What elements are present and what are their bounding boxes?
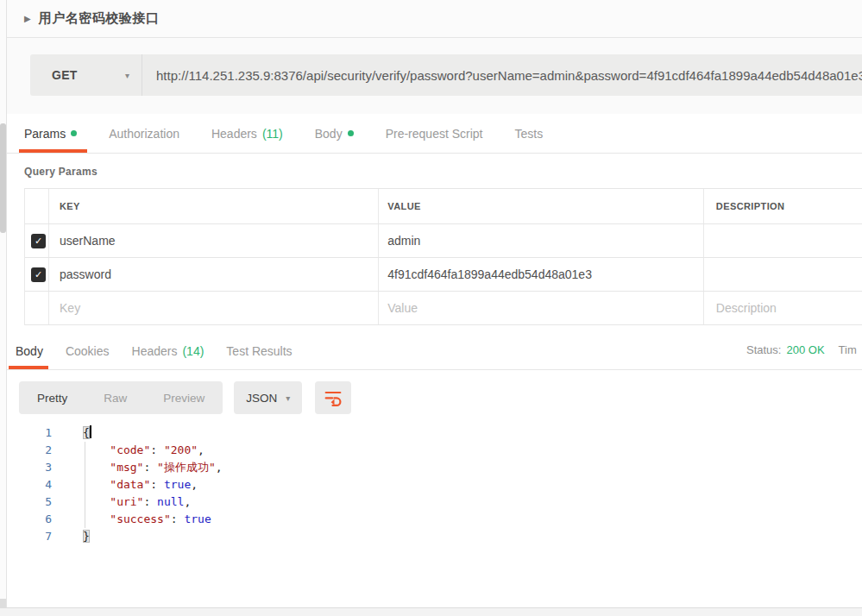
param-value-cell[interactable]: 4f91cdf464fa1899a44edb54d48a01e3 <box>379 258 704 291</box>
request-tabs: Params Authorization Headers (11) Body P… <box>7 114 862 154</box>
line-number: 6 <box>7 511 57 528</box>
tab-pre-request-script-label: Pre-request Script <box>386 127 483 141</box>
url-section: GET ▾ http://114.251.235.9:8376/api/secu… <box>7 38 862 114</box>
text-cursor <box>90 425 91 438</box>
wrap-text-button[interactable] <box>315 381 351 414</box>
request-title: 用户名密码校验接口 <box>39 10 160 27</box>
param-description-cell[interactable] <box>704 258 862 291</box>
param-value-input[interactable]: Value <box>379 292 704 324</box>
green-dot-icon <box>348 130 354 136</box>
tab-tests[interactable]: Tests <box>514 114 543 153</box>
collapse-caret-icon[interactable]: ▶ <box>24 14 31 23</box>
line-number: 2 <box>7 442 57 459</box>
line-number: 5 <box>7 493 57 511</box>
description-column-header: DESCRIPTION <box>704 189 862 223</box>
param-description-input[interactable]: Description <box>704 292 862 324</box>
time-label: Tim <box>839 343 857 356</box>
tab-body[interactable]: Body <box>315 114 354 153</box>
row-checkbox[interactable]: ✓ <box>31 267 46 282</box>
url-bar: GET ▾ http://114.251.235.9:8376/api/secu… <box>30 54 862 96</box>
tab-pre-request-script[interactable]: Pre-request Script <box>386 114 483 153</box>
param-key-input[interactable]: Key <box>49 292 379 324</box>
code-line: 2 "code": "200", <box>7 442 862 459</box>
tab-headers-label: Headers <box>211 127 257 141</box>
response-tab-cookies-label: Cookies <box>66 344 110 358</box>
param-key-cell[interactable]: password <box>49 258 379 291</box>
request-title-bar[interactable]: ▶ 用户名密码校验接口 <box>7 0 862 38</box>
code-lines: 1{2 "code": "200",3 "msg": "操作成功",4 "dat… <box>7 424 862 545</box>
wrap-text-icon <box>323 387 343 408</box>
code-line: 7} <box>7 528 862 545</box>
url-input[interactable]: http://114.251.235.9:8376/api/security/v… <box>142 54 862 96</box>
response-tabs-bar: Body Cookies Headers (14) Test Results S… <box>7 332 862 370</box>
value-column-header: VALUE <box>379 189 704 223</box>
response-tab-test-results-label: Test Results <box>226 344 292 358</box>
line-number: 4 <box>7 476 57 493</box>
view-mode-group: Pretty Raw Preview <box>19 381 223 414</box>
table-row: ✓ userName admin <box>25 224 862 258</box>
chevron-down-icon: ▾ <box>286 393 290 403</box>
response-tab-headers-label: Headers <box>132 344 178 358</box>
param-description-cell[interactable] <box>704 224 862 257</box>
code-line: 6 "success": true <box>7 511 862 528</box>
language-select[interactable]: JSON ▾ <box>234 381 302 414</box>
window-left-scrollbar[interactable] <box>0 0 7 616</box>
status-label: Status: <box>746 343 781 356</box>
headers-count-badge: (11) <box>262 127 283 141</box>
row-checkbox[interactable]: ✓ <box>31 234 46 248</box>
response-tab-body[interactable]: Body <box>16 332 43 369</box>
main-panel: ▶ 用户名密码校验接口 GET ▾ http://114.251.235.9:8… <box>7 0 862 616</box>
green-dot-icon <box>71 130 77 136</box>
response-status-line: Status: 200 OK Tim <box>746 332 857 367</box>
checkbox-column-header <box>25 189 49 223</box>
key-column-header: KEY <box>49 189 379 223</box>
line-number: 7 <box>7 528 57 545</box>
table-row: ✓ password 4f91cdf464fa1899a44edb54d48a0… <box>25 258 862 292</box>
table-header-row: KEY VALUE DESCRIPTION <box>25 189 862 224</box>
tab-authorization[interactable]: Authorization <box>109 114 179 153</box>
preview-button[interactable]: Preview <box>145 392 223 405</box>
tab-params-label: Params <box>24 127 66 141</box>
table-row-placeholder: Key Value Description <box>25 292 862 325</box>
query-params-heading: Query Params <box>24 166 862 178</box>
chevron-down-icon: ▾ <box>125 71 129 80</box>
line-number: 1 <box>7 424 57 442</box>
param-key-cell[interactable]: userName <box>49 224 379 257</box>
line-number: 3 <box>7 459 57 476</box>
code-line: 4 "data": true, <box>7 476 862 493</box>
response-tab-headers[interactable]: Headers (14) <box>132 332 204 369</box>
code-line: 3 "msg": "操作成功", <box>7 459 862 476</box>
language-label: JSON <box>246 392 277 405</box>
param-value-cell[interactable]: admin <box>379 224 704 257</box>
response-body-editor[interactable]: 1{2 "code": "200",3 "msg": "操作成功",4 "dat… <box>7 424 862 545</box>
response-tab-test-results[interactable]: Test Results <box>226 332 292 369</box>
query-params-table: KEY VALUE DESCRIPTION ✓ userName admin ✓… <box>24 188 862 325</box>
code-line: 5 "uri": null, <box>7 493 862 511</box>
method-label: GET <box>52 68 78 82</box>
response-toolbar: Pretty Raw Preview JSON ▾ <box>19 381 862 414</box>
tab-tests-label: Tests <box>514 127 543 141</box>
bottom-status-strip <box>0 607 862 616</box>
tab-headers[interactable]: Headers (11) <box>211 114 283 153</box>
response-tab-cookies[interactable]: Cookies <box>66 332 110 369</box>
code-line: 1{ <box>7 424 862 442</box>
status-badge: 200 OK <box>786 343 824 356</box>
tab-body-label: Body <box>315 127 343 141</box>
tab-params[interactable]: Params <box>24 114 77 153</box>
raw-button[interactable]: Raw <box>85 392 145 405</box>
pretty-button[interactable]: Pretty <box>19 392 85 405</box>
response-tab-body-label: Body <box>16 344 43 358</box>
method-select[interactable]: GET ▾ <box>30 54 142 96</box>
tab-authorization-label: Authorization <box>109 127 179 141</box>
response-headers-count-badge: (14) <box>182 344 204 358</box>
empty-checkbox-cell <box>25 292 49 324</box>
indent-guide <box>85 442 85 528</box>
scrollbar-thumb[interactable] <box>0 123 6 233</box>
